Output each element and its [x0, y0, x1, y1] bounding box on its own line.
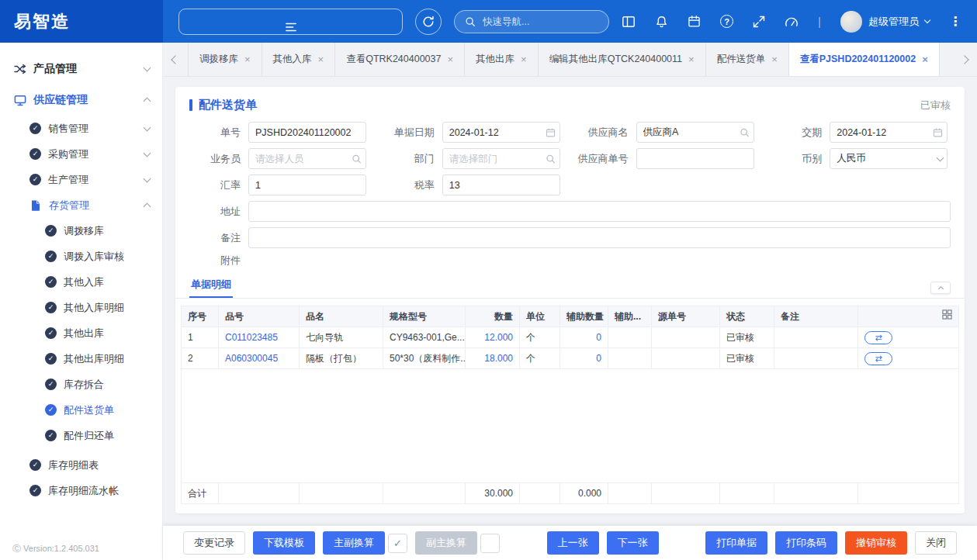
app-logo[interactable]: 易智造	[0, 0, 163, 43]
search-icon[interactable]	[352, 154, 362, 164]
close-icon[interactable]	[521, 54, 527, 64]
tab-other-inbound[interactable]: 其他入库	[262, 43, 336, 76]
user-menu[interactable]: 超级管理员	[840, 11, 930, 33]
sidebar-item-production-mgmt[interactable]: 生产管理	[0, 167, 162, 192]
remark-input[interactable]	[248, 227, 951, 248]
prev-bill-button[interactable]: 上一张	[547, 531, 599, 555]
cell-status: 已审核	[720, 327, 774, 347]
cancel-audit-button[interactable]: 撤销审核	[845, 531, 907, 555]
supplier-name-input[interactable]	[636, 122, 754, 143]
collapse-menu-button[interactable]	[178, 9, 403, 35]
chevron-left-icon	[171, 55, 179, 64]
sidebar-item-stock-flow-report[interactable]: 库存明细流水帐	[0, 478, 162, 503]
next-bill-button[interactable]: 下一张	[607, 531, 659, 555]
print-bill-button[interactable]: 打印单据	[705, 531, 767, 555]
dashboard-gauge-icon[interactable]	[785, 16, 799, 28]
sidebar-item-product-mgmt[interactable]: 产品管理	[0, 54, 162, 85]
swap-unit-button[interactable]	[864, 352, 892, 365]
table-row[interactable]: 1 C011023485 七向导轨 CY9463-001,Ge... 12.00…	[182, 327, 958, 348]
secondary-convert-checkbox[interactable]	[480, 534, 500, 553]
tab-label: 查看QTRK240400037	[346, 53, 441, 66]
sidebar-item-other-outbound-detail[interactable]: 其他出库明细	[0, 346, 162, 372]
secondary-convert-button[interactable]: 副主换算	[415, 531, 477, 555]
sidebar-item-parts-return[interactable]: 配件归还单	[0, 423, 162, 448]
tab-view-pjshd[interactable]: 查看PJSHD202401120002	[789, 43, 940, 76]
tax-rate-input[interactable]	[442, 175, 560, 195]
download-template-button[interactable]: 下载模板	[253, 531, 315, 555]
delivery-date-input[interactable]	[830, 122, 948, 143]
calendar-icon[interactable]	[688, 15, 701, 28]
tab-label: 查看PJSHD202401120002	[800, 53, 916, 66]
sidebar-item-label: 其他入库明细	[64, 301, 150, 315]
sidebar-item-stock-split-merge[interactable]: 库存拆合	[0, 372, 162, 397]
tab-other-outbound[interactable]: 其他出库	[465, 43, 539, 76]
search-icon[interactable]	[740, 127, 750, 137]
close-button[interactable]: 关闭	[915, 531, 957, 555]
chevron-down-icon	[144, 64, 151, 72]
primary-convert-button[interactable]: 主副换算	[323, 531, 385, 555]
close-icon[interactable]	[244, 54, 251, 64]
change-log-button[interactable]: 变更记录	[183, 531, 245, 555]
sidebar-item-transfer-move[interactable]: 调拨移库	[0, 218, 162, 244]
tab-view-qtrk[interactable]: 查看QTRK240400037	[335, 43, 465, 76]
layout-icon[interactable]	[622, 15, 636, 29]
supplier-bill-no-input[interactable]	[636, 148, 754, 169]
bill-date-input[interactable]	[442, 122, 560, 143]
circle-check-icon	[45, 379, 57, 390]
close-icon[interactable]	[447, 54, 453, 64]
notifications-bell-icon[interactable]	[655, 15, 668, 29]
fullscreen-icon[interactable]	[753, 16, 765, 28]
tab-bill-detail[interactable]: 单据明细	[189, 272, 233, 298]
sidebar-item-stock-detail-report[interactable]: 库存明细表	[0, 452, 162, 478]
search-icon[interactable]	[546, 154, 556, 164]
salesman-input[interactable]	[248, 148, 366, 169]
currency-select[interactable]	[830, 148, 948, 169]
item-no-link[interactable]: C011023485	[219, 327, 300, 347]
collapse-panel-button[interactable]	[930, 282, 951, 294]
print-barcode-button[interactable]: 打印条码	[775, 531, 837, 555]
help-icon[interactable]	[720, 15, 733, 28]
quick-nav-search[interactable]	[454, 10, 609, 33]
sidebar-item-other-inbound-detail[interactable]: 其他入库明细	[0, 295, 162, 320]
close-icon[interactable]	[771, 54, 778, 64]
sidebar-item-inventory-mgmt[interactable]: 存货管理	[0, 192, 162, 218]
swap-unit-button[interactable]	[864, 331, 892, 344]
primary-convert-checkbox[interactable]	[388, 534, 407, 553]
chevron-down-icon[interactable]	[937, 157, 943, 161]
tab-parts-delivery[interactable]: 配件送货单	[706, 43, 789, 76]
item-no-link[interactable]: A060300045	[219, 348, 300, 368]
exchange-rate-input[interactable]	[248, 175, 366, 195]
sidebar-item-other-inbound[interactable]: 其他入库	[0, 269, 162, 295]
department-field	[442, 148, 560, 169]
cell-item-name: 七向导轨	[300, 327, 383, 347]
tabs-scroll-right-button[interactable]	[952, 43, 977, 76]
sidebar-item-sales-mgmt[interactable]: 销售管理	[0, 116, 162, 141]
close-icon[interactable]	[688, 54, 695, 64]
close-icon[interactable]	[922, 54, 928, 64]
tab-edit-qtck[interactable]: 编辑其他出库QTCK240400011	[539, 43, 706, 76]
close-icon[interactable]	[318, 54, 324, 64]
calendar-icon[interactable]	[546, 127, 556, 137]
sidebar-item-transfer-in-audit[interactable]: 调拨入库审核	[0, 244, 162, 269]
supplier-name-field	[636, 122, 754, 143]
table-row[interactable]: 2 A060300045 隔板（打包） 50*30（废料制作... 18.000…	[182, 348, 958, 369]
quick-nav-input[interactable]	[483, 16, 599, 27]
tabs-scroll-left-button[interactable]	[163, 43, 188, 76]
calendar-icon[interactable]	[933, 127, 943, 137]
column-settings-icon[interactable]	[942, 306, 952, 327]
tab-transfer-move[interactable]: 调拨移库	[188, 43, 262, 76]
chevron-down-icon	[144, 123, 151, 131]
sidebar-item-other-outbound[interactable]: 其他出库	[0, 320, 162, 346]
sidebar-item-purchase-mgmt[interactable]: 采购管理	[0, 141, 162, 167]
salesman-field	[248, 148, 366, 169]
chevron-up-icon	[937, 285, 943, 291]
cell-aux2	[608, 348, 652, 368]
address-input[interactable]	[248, 201, 951, 222]
delivery-date-label: 交期	[771, 126, 830, 140]
department-input[interactable]	[442, 148, 560, 169]
more-options-icon[interactable]	[949, 14, 961, 29]
bill-no-input[interactable]	[248, 122, 366, 143]
sidebar-item-parts-delivery[interactable]: 配件送货单	[0, 397, 162, 423]
refresh-button[interactable]	[415, 9, 442, 35]
sidebar-item-supply-chain[interactable]: 供应链管理	[0, 85, 162, 116]
